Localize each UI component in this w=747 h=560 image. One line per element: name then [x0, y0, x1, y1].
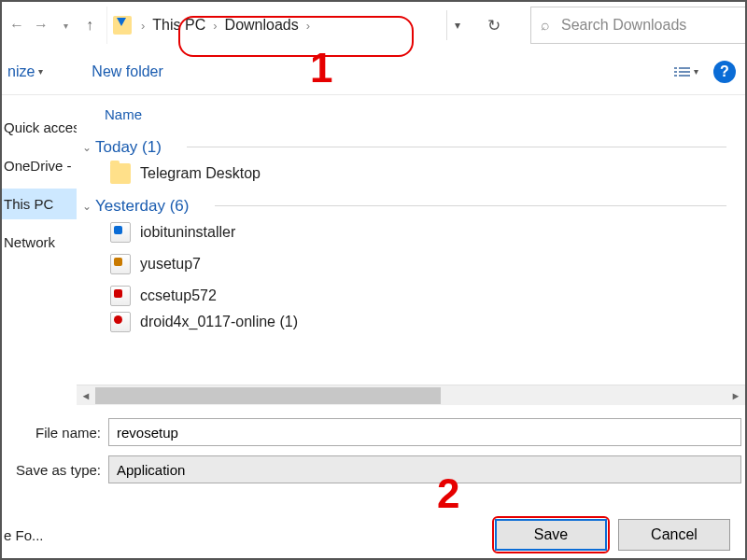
new-folder-button[interactable]: New folder — [77, 56, 177, 88]
app-icon — [110, 312, 131, 332]
filetype-select[interactable]: Application — [108, 455, 741, 483]
forward-button[interactable]: → — [30, 10, 52, 40]
file-name: yusetup7 — [140, 256, 201, 273]
scroll-left-button[interactable]: ◄ — [77, 386, 95, 405]
search-input[interactable] — [559, 16, 747, 35]
chevron-down-icon: ▾ — [38, 66, 43, 77]
chevron-right-icon: › — [304, 19, 312, 33]
list-item[interactable]: Telegram Desktop — [82, 158, 745, 189]
filename-row: File name: — [2, 418, 741, 446]
sidebar: Quick acces OneDrive - This PC Network — [2, 95, 77, 385]
cancel-button[interactable]: Cancel — [618, 519, 730, 551]
search-box[interactable]: ⌕ — [530, 7, 747, 44]
file-pane: Name ⌄ Today (1) Telegram Desktop ⌄ Yest… — [77, 95, 745, 385]
hide-folders-link[interactable]: e Fo... — [2, 527, 67, 543]
list-item[interactable]: droid4x_0117-online (1) — [82, 312, 745, 332]
file-name: iobituninstaller — [140, 224, 235, 241]
chevron-down-icon[interactable]: ▾ — [694, 66, 698, 77]
scrollbar-track[interactable] — [95, 387, 726, 404]
chevron-down-icon: ⌄ — [82, 141, 92, 154]
group-divider — [187, 147, 726, 147]
list-view-icon — [674, 67, 690, 77]
scrollbar-thumb[interactable] — [95, 387, 441, 404]
sidebar-item-network[interactable]: Network — [2, 227, 77, 258]
refresh-button[interactable]: ↻ — [482, 10, 506, 40]
view-options-button[interactable]: ▾ — [672, 58, 700, 86]
breadcrumb[interactable]: › This PC › Downloads › — [106, 7, 433, 44]
toolbar: nize ▾ New folder ▾ ? — [2, 49, 745, 95]
sidebar-item-onedrive[interactable]: OneDrive - — [2, 150, 77, 181]
list-item[interactable]: ccsetup572 — [82, 280, 745, 312]
chevron-right-icon: › — [211, 19, 218, 33]
file-browser-body: Quick acces OneDrive - This PC Network N… — [2, 95, 745, 385]
app-icon — [110, 254, 131, 274]
file-name: Telegram Desktop — [140, 165, 261, 182]
address-tail: ▾ ↻ — [439, 10, 514, 40]
filename-label: File name: — [2, 425, 108, 441]
sidebar-item-quick-access[interactable]: Quick acces — [2, 112, 77, 143]
group-header-today[interactable]: ⌄ Today (1) — [82, 138, 745, 157]
chevron-right-icon: › — [139, 19, 147, 33]
address-history-dropdown[interactable]: ▾ — [446, 10, 467, 40]
breadcrumb-downloads[interactable]: Downloads — [219, 17, 304, 34]
up-button[interactable]: ↑ — [78, 10, 101, 40]
group-divider — [215, 205, 726, 206]
save-form: File name: Save as type: Application e F… — [2, 405, 745, 551]
filename-input[interactable] — [108, 418, 741, 446]
organize-label: nize — [7, 63, 35, 80]
organize-menu[interactable]: nize ▾ — [2, 56, 49, 88]
file-name: ccsetup572 — [140, 287, 217, 304]
group-header-yesterday[interactable]: ⌄ Yesterday (6) — [82, 197, 745, 216]
recent-dropdown[interactable]: ▾ — [54, 10, 77, 40]
sidebar-item-thispc[interactable]: This PC — [2, 189, 77, 219]
filetype-label: Save as type: — [2, 462, 108, 478]
file-name: droid4x_0117-online (1) — [140, 314, 298, 330]
save-button[interactable]: Save — [495, 519, 607, 551]
save-button-label: Save — [534, 526, 568, 543]
group-today: ⌄ Today (1) Telegram Desktop — [82, 138, 745, 189]
group-label: Yesterday (6) — [95, 197, 189, 216]
downloads-folder-icon — [113, 16, 132, 35]
app-icon — [110, 286, 131, 306]
column-header-name[interactable]: Name — [77, 101, 745, 131]
chevron-down-icon: ⌄ — [82, 200, 92, 213]
list-item[interactable]: yusetup7 — [82, 248, 745, 280]
folder-icon — [110, 163, 131, 184]
search-icon: ⌕ — [541, 17, 550, 34]
app-icon — [110, 222, 131, 243]
button-row: e Fo... Save Cancel — [2, 493, 741, 551]
filetype-row: Save as type: Application — [2, 455, 741, 483]
breadcrumb-thispc[interactable]: This PC — [147, 17, 211, 34]
list-item[interactable]: iobituninstaller — [82, 217, 745, 248]
back-button[interactable]: ← — [6, 10, 28, 40]
help-button[interactable]: ? — [713, 61, 736, 83]
nav-arrows: ← → ▾ ↑ — [4, 10, 101, 40]
scroll-right-button[interactable]: ► — [726, 386, 745, 405]
horizontal-scrollbar[interactable]: ◄ ► — [77, 385, 745, 405]
address-bar-row: ← → ▾ ↑ › This PC › Downloads › ▾ ↻ ⌕ — [2, 2, 745, 49]
group-label: Today (1) — [95, 138, 162, 157]
group-yesterday: ⌄ Yesterday (6) iobituninstaller yusetup… — [82, 197, 745, 332]
cancel-button-label: Cancel — [651, 526, 698, 543]
